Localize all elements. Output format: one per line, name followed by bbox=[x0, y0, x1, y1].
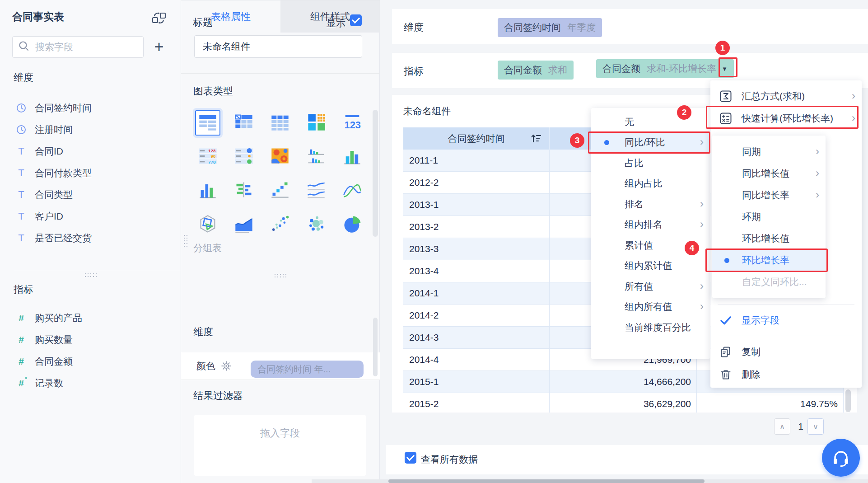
table-header-cell[interactable]: 合同签约时间 bbox=[403, 127, 550, 150]
measure-field-购买的产品[interactable]: #购买的产品 bbox=[0, 307, 181, 329]
dimension-field-注册时间[interactable]: 注册时间 bbox=[0, 119, 181, 141]
menu-item-label: 累计值 bbox=[625, 239, 653, 252]
chart-type-pie[interactable] bbox=[341, 214, 363, 236]
chart-type-heatmap[interactable] bbox=[269, 146, 291, 168]
chevron-right-icon: › bbox=[700, 219, 704, 230]
pill-dimension-field[interactable]: 合同签约时间 年季度 bbox=[498, 18, 602, 37]
clock-icon bbox=[15, 124, 27, 135]
number-type-icon: # bbox=[15, 313, 27, 324]
menu-item-组内累计值[interactable]: 组内累计值 bbox=[591, 256, 710, 277]
sort-icon[interactable] bbox=[530, 133, 542, 145]
menu-item-环期[interactable]: 环期 bbox=[712, 206, 826, 228]
chart-type-ranking-list[interactable]: 12390778 bbox=[197, 146, 219, 168]
menu-item-环比增长值[interactable]: 环比增长值 bbox=[712, 228, 826, 249]
menu-item-组内所有值[interactable]: 组内所有值› bbox=[591, 297, 710, 318]
chart-type-bubble[interactable] bbox=[305, 214, 327, 236]
detail-table-icon bbox=[270, 112, 290, 134]
dimension-field-客户ID[interactable]: T客户ID bbox=[0, 206, 181, 227]
cell-period: 2013-2 bbox=[403, 216, 550, 238]
config-scrollbar[interactable] bbox=[373, 110, 378, 237]
chart-type-detail-table[interactable] bbox=[269, 112, 291, 134]
chart-type-group-table-selected[interactable] bbox=[195, 110, 220, 136]
menu-item-排名[interactable]: 排名› bbox=[591, 194, 710, 215]
dimension-field-是否已经交货[interactable]: T是否已经交货 bbox=[0, 227, 181, 249]
page-up-button[interactable]: ∧ bbox=[774, 418, 790, 435]
switch-dataset-icon[interactable] bbox=[152, 12, 166, 25]
menu-item-label: 环期 bbox=[742, 211, 761, 223]
menu-item-组内占比[interactable]: 组内占比 bbox=[591, 174, 710, 194]
splitter-drag-handle-icon[interactable] bbox=[84, 272, 98, 277]
panel-drag-handle-icon[interactable] bbox=[183, 234, 188, 249]
chart-type-color-block[interactable] bbox=[305, 112, 327, 134]
menu-item-delete[interactable]: 删除 bbox=[710, 364, 862, 385]
text-type-icon: T bbox=[15, 189, 27, 201]
config-scrollbar-lower[interactable] bbox=[373, 318, 378, 376]
menu-item-copy[interactable]: 复制 bbox=[710, 341, 862, 363]
menu-item-show-fields[interactable]: 显示字段 bbox=[710, 310, 862, 330]
table-row[interactable]: 2015-236,629,200149.75% bbox=[403, 393, 844, 413]
measure-field-合同金额[interactable]: #合同金额 bbox=[0, 351, 181, 372]
color-field-pill[interactable]: 合同签约时间 年... bbox=[251, 361, 364, 378]
heatmap-icon bbox=[270, 146, 290, 168]
table-scrollbar[interactable] bbox=[845, 389, 851, 412]
chart-type-scatter[interactable] bbox=[269, 214, 291, 236]
menu-item-同比增长率[interactable]: 同比增长率› bbox=[712, 184, 826, 206]
dimensions-list: 合同签约时间注册时间T合同IDT合同付款类型T合同类型T客户IDT是否已经交货 bbox=[0, 97, 181, 249]
chart-type-histogram[interactable] bbox=[341, 146, 363, 168]
chart-type-waterfall[interactable] bbox=[269, 180, 291, 202]
gear-icon[interactable] bbox=[221, 361, 232, 373]
text-type-icon: T bbox=[15, 211, 27, 222]
measure-field-记录数[interactable]: #*记录数 bbox=[0, 372, 181, 394]
pill-measure-mom-rate[interactable]: 合同金额 求和-环比增长率 ▼ bbox=[596, 59, 734, 78]
field-label: 购买的产品 bbox=[35, 312, 82, 324]
menu-item-占比[interactable]: 占比 bbox=[591, 153, 710, 174]
filter-dropzone[interactable]: 拖入字段 bbox=[194, 415, 366, 476]
menu-item-label: 无 bbox=[625, 116, 634, 128]
menu-item-label: 显示字段 bbox=[742, 314, 779, 327]
chart-type-butterfly[interactable] bbox=[233, 180, 255, 202]
horizontal-scrollbar-thumb[interactable] bbox=[388, 479, 705, 483]
chart-type-progress-list[interactable] bbox=[233, 146, 255, 168]
menu-item-aggregation[interactable]: 汇总方式(求和) › bbox=[710, 85, 862, 107]
menu-item-label: 同比增长值 bbox=[742, 167, 789, 180]
page-down-button[interactable]: ∨ bbox=[807, 418, 824, 435]
menu-item-同期[interactable]: 同期› bbox=[712, 141, 826, 163]
add-field-button[interactable]: + bbox=[151, 38, 167, 56]
scatter-icon bbox=[270, 214, 290, 236]
footer-band: 查看所有数据 bbox=[386, 445, 868, 474]
section-drag-handle-icon[interactable] bbox=[274, 273, 287, 278]
menu-item-所有值[interactable]: 所有值› bbox=[591, 276, 710, 297]
menu-item-同比增长值[interactable]: 同比增长值› bbox=[712, 163, 826, 184]
chart-type-polyhedron[interactable] bbox=[197, 214, 219, 236]
field-search-box[interactable] bbox=[12, 36, 144, 58]
dimension-field-合同ID[interactable]: T合同ID bbox=[0, 141, 181, 162]
menu-item-无[interactable]: 无 bbox=[591, 112, 710, 132]
chart-type-area[interactable] bbox=[233, 214, 255, 236]
menu-item-label: 组内排名 bbox=[625, 218, 663, 231]
measure-field-购买数量[interactable]: #购买数量 bbox=[0, 329, 181, 351]
selected-chart-label: 分组表 bbox=[193, 242, 222, 254]
field-label: 合同金额 bbox=[35, 355, 73, 368]
panel-splitter[interactable] bbox=[14, 270, 181, 270]
chart-type-bidirectional-bar[interactable] bbox=[305, 146, 327, 168]
menu-item-label: 所有值 bbox=[625, 280, 653, 293]
chart-type-column[interactable] bbox=[197, 180, 219, 202]
chart-type-cross-table[interactable] bbox=[233, 112, 255, 134]
section-drag-handle-icon[interactable] bbox=[274, 370, 287, 375]
group-table-icon bbox=[198, 112, 218, 134]
menu-item-当前维度百分比[interactable]: 当前维度百分比 bbox=[591, 317, 710, 338]
dimension-field-合同付款类型[interactable]: T合同付款类型 bbox=[0, 162, 181, 184]
dimension-field-合同类型[interactable]: T合同类型 bbox=[0, 184, 181, 206]
help-headset-button[interactable] bbox=[822, 439, 860, 477]
chart-type-multi-line[interactable] bbox=[305, 180, 327, 202]
view-all-data-checkbox[interactable] bbox=[405, 452, 416, 464]
search-input[interactable] bbox=[35, 42, 138, 52]
chart-type-line-compare[interactable] bbox=[341, 180, 363, 202]
cell-period: 2014-1 bbox=[403, 282, 550, 304]
pill-measure-sum[interactable]: 合同金额 求和 bbox=[498, 61, 574, 80]
chevron-right-icon: › bbox=[816, 168, 819, 178]
dimension-field-合同签约时间[interactable]: 合同签约时间 bbox=[0, 97, 181, 119]
cell-period: 2014-3 bbox=[403, 327, 550, 348]
menu-item-组内排名[interactable]: 组内排名› bbox=[591, 215, 710, 235]
chart-type-kpi[interactable]: 123 bbox=[341, 112, 363, 134]
